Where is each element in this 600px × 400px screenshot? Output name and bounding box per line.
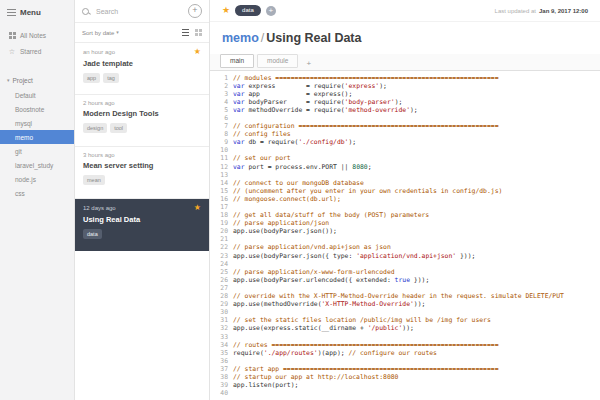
line-number: 10 [210,146,233,154]
code-line[interactable]: 17 [210,203,600,211]
code-editor[interactable]: 1// modules ============================… [210,71,600,400]
code-line[interactable]: 7// configuration ======================… [210,122,600,130]
code-line[interactable]: 35require('./app/routes')(app); // confi… [210,349,600,357]
tab-module[interactable]: module [257,54,298,68]
code-line[interactable]: 5var methodOverride = require('method-ov… [210,106,600,114]
code-line[interactable]: 31// set the static files location /publ… [210,316,600,324]
sidebar-folder-memo[interactable]: memo [0,130,74,144]
code-line[interactable]: 13 [210,171,600,179]
app-window: Menu All Notes ☆ Starred ▾ Project Defau… [0,0,600,400]
code-line[interactable]: 4var bodyParser = require('body-parser')… [210,98,600,106]
code-text: // connect to our mongoDB database [233,179,364,187]
code-line[interactable]: 34// routes ============================… [210,341,600,349]
code-line[interactable]: 10 [210,146,600,154]
line-number: 37 [210,365,233,373]
code-line[interactable]: 6 [210,114,600,122]
sidebar-item-starred[interactable]: ☆ Starred [0,43,74,59]
note-list-item[interactable]: an hour ago★Jade templateapptag [75,43,209,95]
code-line[interactable]: 33 [210,333,600,341]
code-line[interactable]: 1// modules ============================… [210,74,600,82]
last-updated-value: Jan 9, 2017 12:00 [539,8,588,14]
code-line[interactable]: 30 [210,308,600,316]
star-icon[interactable]: ★ [194,48,201,56]
sidebar-folder-git[interactable]: git [0,144,74,158]
note-list-item[interactable]: 12 days ago★Using Real Datadata [75,199,209,251]
sidebar-folder-Default[interactable]: Default [0,88,74,102]
code-text: // start app ===========================… [233,365,498,373]
code-line[interactable]: 40 [210,389,600,397]
code-line[interactable]: 26app.use(bodyParser.urlencoded({ extend… [210,276,600,284]
star-toggle-icon[interactable]: ★ [222,6,230,15]
line-number: 17 [210,203,233,211]
line-number: 1 [210,74,233,82]
add-tab-button[interactable]: + [301,59,316,68]
search-input[interactable] [94,7,183,16]
menu-label: Menu [20,8,41,17]
code-line[interactable]: 27 [210,284,600,292]
code-line[interactable]: 24 [210,260,600,268]
new-note-button[interactable]: + [188,4,202,18]
code-line[interactable]: 38// startup our app at http://localhost… [210,373,600,381]
code-line[interactable]: 20app.use(bodyParser.json()); [210,227,600,235]
code-text: // config files [233,130,291,138]
code-text [233,146,237,154]
tab-main[interactable]: main [220,54,254,68]
code-line[interactable]: 37// start app =========================… [210,365,600,373]
code-text: app.use(express.static(__dirname + '/pub… [233,324,414,332]
code-text [233,389,237,397]
code-line[interactable]: 14// connect to our mongoDB database [210,179,600,187]
code-line[interactable]: 22// parse application/vnd.api+json as j… [210,243,600,251]
line-number: 25 [210,268,233,276]
code-line[interactable]: 23app.use(bodyParser.json({ type: 'appli… [210,252,600,260]
list-view-icon[interactable] [181,29,189,37]
star-icon[interactable]: ★ [194,204,201,212]
star-outline-icon: ☆ [8,47,16,55]
line-number: 13 [210,171,233,179]
code-line[interactable]: 15// (uncomment after you enter in your … [210,187,600,195]
line-number: 38 [210,373,233,381]
menu-toggle[interactable]: Menu [0,0,74,27]
note-list-item[interactable]: 3 hours agoMean server settingmean [75,147,209,199]
code-line[interactable]: 21 [210,235,600,243]
code-line[interactable]: 25// parse application/x-www-form-urlenc… [210,268,600,276]
note-list-item[interactable]: 2 hours agoModern Design Toolsdesigntool [75,95,209,147]
sidebar-folder-node.js[interactable]: node.js [0,172,74,186]
line-number: 22 [210,243,233,251]
note-title: Mean server setting [83,161,201,170]
code-line[interactable]: 9var db = require('./config/db'); [210,138,600,146]
code-line[interactable]: 18// get all data/stuff of the body (POS… [210,211,600,219]
sidebar-section-project[interactable]: ▾ Project [0,59,74,88]
code-line[interactable]: 19// parse application/json [210,219,600,227]
grid-view-icon[interactable] [194,29,202,37]
code-line[interactable]: 28// override with the X-HTTP-Method-Ove… [210,292,600,300]
sidebar-item-all-notes[interactable]: All Notes [0,27,74,43]
code-line[interactable]: 11// set our port [210,154,600,162]
line-number: 15 [210,187,233,195]
code-line[interactable]: 29app.use(methodOverride('X-HTTP-Method-… [210,300,600,308]
note-timestamp: 2 hours ago [83,100,115,106]
sidebar-folder-laravel_study[interactable]: laravel_study [0,158,74,172]
breadcrumb-folder[interactable]: memo [222,31,259,45]
code-line[interactable]: 2var express = require('express'); [210,82,600,90]
code-text [233,235,237,243]
code-line[interactable]: 12var port = process.env.PORT || 8080; [210,163,600,171]
sidebar-folder-css[interactable]: css [0,186,74,200]
add-tag-button[interactable]: + [266,6,276,16]
code-line[interactable]: 39app.listen(port); [210,381,600,389]
tag-badge[interactable]: data [235,5,261,16]
note-list-pane: + Sort by date ▾ an hour ago★Jade templa… [75,0,210,400]
line-number: 26 [210,276,233,284]
code-line[interactable]: 3var app = express(); [210,90,600,98]
line-number: 29 [210,300,233,308]
sidebar-folder-mysql[interactable]: mysql [0,116,74,130]
snippet-tab-bar: main module + [210,54,600,71]
sort-dropdown[interactable]: Sort by date ▾ [82,30,119,36]
code-line[interactable]: 8// config files [210,130,600,138]
code-text: // modules =============================… [233,74,498,82]
code-line[interactable]: 16// mongoose.connect(db.url); [210,195,600,203]
code-text [233,203,237,211]
sidebar-folder-Boostnote[interactable]: Boostnote [0,102,74,116]
code-text: app.listen(port); [233,381,298,389]
code-line[interactable]: 36 [210,357,600,365]
code-line[interactable]: 32app.use(express.static(__dirname + '/p… [210,324,600,332]
